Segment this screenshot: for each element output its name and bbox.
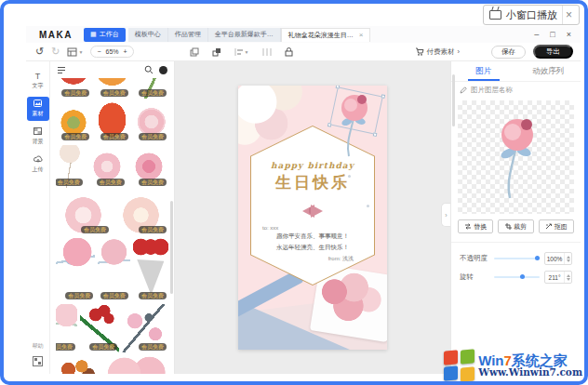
window-controls: – □ × bbox=[534, 30, 581, 39]
zoom-out-button[interactable]: − bbox=[97, 48, 100, 55]
mini-player-toast[interactable]: 小窗口播放 × bbox=[483, 5, 580, 25]
rotate-stepper[interactable] bbox=[564, 272, 571, 283]
sticker-tile[interactable]: 会员免费 bbox=[56, 304, 77, 352]
resize-handle[interactable] bbox=[336, 86, 341, 89]
inspector-scrollbar[interactable] bbox=[452, 74, 455, 126]
sticker-tile[interactable]: 会员免费 bbox=[129, 145, 168, 188]
rotate-slider[interactable] bbox=[494, 276, 540, 278]
selected-image-preview[interactable] bbox=[458, 100, 574, 214]
card-title-cn[interactable]: 生日快乐 bbox=[275, 172, 350, 193]
image-icon bbox=[33, 100, 42, 109]
opacity-slider[interactable] bbox=[494, 258, 540, 259]
main-area: T 文字 素材 背景 bbox=[26, 61, 581, 374]
collapse-panel-icon[interactable] bbox=[57, 61, 66, 78]
sticker-tile[interactable]: 会员免费 bbox=[56, 101, 91, 142]
app-logo[interactable]: MAKA bbox=[26, 30, 84, 40]
chevron-down-icon: ▼ bbox=[78, 49, 83, 55]
sticker-tile[interactable]: 会员免费 bbox=[133, 78, 168, 99]
material-panel: 会员免费 会员免费 会员免费 会员免费 会员免费 会员免费 会员免费 会员免费 … bbox=[50, 61, 175, 374]
sidebar-item-material[interactable]: 素材 bbox=[27, 97, 49, 121]
sticker-tile[interactable]: 会员免费 bbox=[133, 101, 168, 142]
help-link[interactable]: 帮助 bbox=[33, 342, 44, 351]
close-button[interactable]: × bbox=[567, 30, 571, 39]
opacity-value-box[interactable]: 100% bbox=[544, 252, 572, 265]
sticker-tile[interactable]: 会员免费 bbox=[114, 191, 168, 235]
save-button[interactable]: 保存 bbox=[491, 46, 526, 59]
sidebar-bottom: 帮助 bbox=[33, 342, 44, 374]
layer-name-row[interactable]: 图片图层名称 bbox=[451, 82, 581, 98]
sidebar-item-upload[interactable]: 上传 bbox=[27, 153, 49, 177]
maximize-button[interactable]: □ bbox=[550, 30, 555, 39]
resize-handle[interactable] bbox=[381, 94, 385, 99]
zoom-in-button[interactable]: + bbox=[124, 48, 127, 55]
zoom-control: − 65% + bbox=[90, 46, 133, 58]
sticker-tile[interactable]: 会员免费 bbox=[56, 355, 98, 374]
cart-icon bbox=[415, 47, 424, 56]
pencil-icon bbox=[460, 86, 467, 94]
sticker-tile[interactable]: 会员免费 bbox=[87, 145, 127, 188]
bow-image[interactable] bbox=[296, 203, 329, 218]
card-wish-line2[interactable]: 永远年轻漂亮、生日快乐！ bbox=[259, 242, 367, 253]
canvas-area[interactable]: happy birthday 生日快乐 to: xxx 愿你平安喜乐、事事顺意！… bbox=[175, 61, 450, 374]
card-message[interactable]: to: xxx 愿你平安喜乐、事事顺意！ 永远年轻漂亮、生日快乐！ from: … bbox=[259, 225, 367, 263]
paid-materials[interactable]: 付费素材 › bbox=[415, 47, 461, 57]
tab-current-document[interactable]: 礼物盒花朵浪漫生日… × bbox=[281, 28, 371, 42]
card-wish-line1[interactable]: 愿你平安喜乐、事事顺意！ bbox=[259, 231, 367, 242]
sticker-tile[interactable]: 会员免费 bbox=[100, 355, 168, 374]
tab-template-center[interactable]: 模板中心 bbox=[128, 28, 168, 42]
rotate-value-box[interactable]: 211° bbox=[544, 271, 572, 284]
rotate-slider-thumb[interactable] bbox=[520, 274, 525, 279]
qr-code-icon[interactable] bbox=[33, 356, 43, 366]
opacity-slider-thumb[interactable] bbox=[535, 256, 540, 260]
cutout-button[interactable]: 抠图 bbox=[539, 219, 574, 233]
sticker-tile[interactable]: 会员免费 bbox=[80, 304, 119, 352]
search-icon[interactable] bbox=[144, 61, 154, 78]
selected-rose-sticker[interactable] bbox=[326, 89, 383, 160]
copy-icon[interactable] bbox=[190, 47, 199, 57]
crop-button[interactable]: 裁剪 bbox=[498, 219, 533, 233]
card-from-line[interactable]: from: 浅浅 bbox=[259, 255, 354, 263]
card-title-en[interactable]: happy birthday bbox=[271, 161, 354, 170]
sticker-tile[interactable]: 会员免费 bbox=[56, 191, 111, 235]
toast-close-icon[interactable]: × bbox=[562, 6, 575, 24]
sticker-tile[interactable]: 会员免费 bbox=[133, 238, 168, 301]
panel-scrollbar[interactable] bbox=[170, 201, 173, 294]
sticker-tile[interactable]: 会员免费 bbox=[56, 78, 91, 99]
tab-work-management[interactable]: 作品管理 bbox=[168, 28, 208, 42]
sticker-tile[interactable]: 会员免费 bbox=[98, 238, 130, 301]
minimize-button[interactable]: – bbox=[534, 30, 539, 39]
tab-hot-template[interactable]: 全平台最新爆款手… bbox=[208, 28, 281, 42]
sidebar-item-text[interactable]: T 文字 bbox=[27, 69, 49, 93]
chevron-down-icon: ▼ bbox=[245, 49, 249, 55]
tab-image[interactable]: 图片 bbox=[451, 61, 516, 81]
rotate-label: 旋转 bbox=[460, 272, 489, 282]
undo-icon[interactable]: ↺ bbox=[35, 46, 44, 57]
sticker-tile[interactable]: 会员免费 bbox=[56, 145, 85, 188]
sticker-tile[interactable]: 会员免费 bbox=[94, 78, 129, 99]
sticker-tile[interactable]: 会员免费 bbox=[94, 101, 129, 142]
lock-icon[interactable] bbox=[285, 47, 293, 57]
left-sidebar: T 文字 素材 背景 bbox=[26, 61, 50, 374]
image-action-buttons: 替换 裁剪 抠图 bbox=[451, 219, 581, 233]
tab-close-icon[interactable]: × bbox=[359, 31, 364, 39]
replace-icon bbox=[464, 223, 472, 230]
page-layout-icon[interactable]: ▼ bbox=[67, 47, 83, 57]
resize-handle[interactable] bbox=[327, 123, 332, 127]
distribute-icon[interactable] bbox=[262, 47, 272, 57]
sticker-tile[interactable]: 会员免费 bbox=[122, 304, 168, 352]
panel-collapse-arrow[interactable]: › bbox=[441, 203, 450, 227]
tab-animation-sequence[interactable]: 动效序列 bbox=[516, 61, 581, 81]
align-icon[interactable]: ▼ bbox=[234, 47, 249, 57]
grid-icon: ▦ bbox=[90, 31, 97, 38]
opacity-stepper[interactable] bbox=[564, 253, 571, 264]
filter-circle-icon[interactable] bbox=[159, 66, 167, 74]
export-button[interactable]: 导出 bbox=[533, 45, 573, 59]
replace-button[interactable]: 替换 bbox=[458, 219, 493, 233]
sidebar-item-background[interactable]: 背景 bbox=[27, 125, 49, 149]
sticker-tile[interactable]: 会员免费 bbox=[56, 238, 95, 301]
tab-workspace[interactable]: ▦ 工作台 bbox=[84, 28, 126, 42]
redo-icon[interactable]: ↻ bbox=[51, 46, 60, 57]
design-card[interactable]: happy birthday 生日快乐 to: xxx 愿你平安喜乐、事事顺意！… bbox=[238, 86, 387, 350]
layers-icon[interactable] bbox=[212, 47, 221, 57]
resize-handle[interactable] bbox=[373, 132, 378, 137]
